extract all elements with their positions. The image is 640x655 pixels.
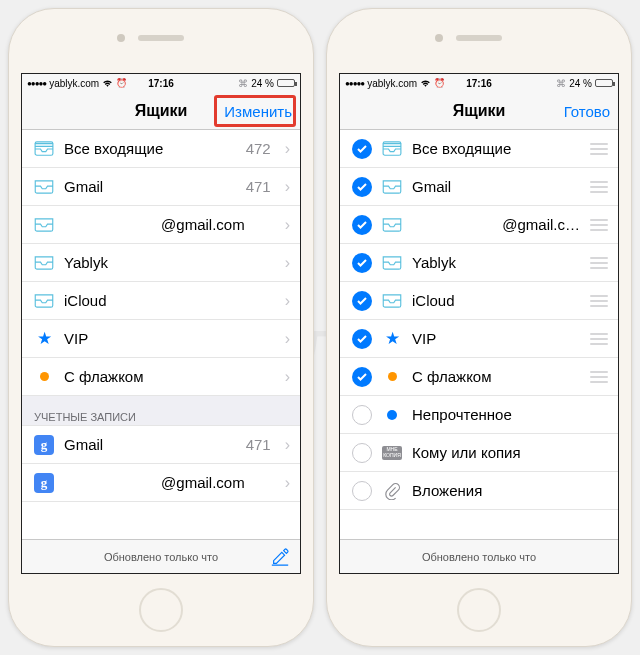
edit-row[interactable]: Yablyk [340, 244, 618, 282]
wifi-icon [420, 79, 431, 88]
checkbox-unchecked[interactable] [352, 405, 372, 425]
mailbox-label: С флажком [412, 368, 580, 385]
checkbox-checked[interactable] [352, 177, 372, 197]
carrier-label: yablyk.com [49, 78, 99, 89]
chevron-right-icon: › [285, 140, 290, 158]
edit-row[interactable]: Все входящие [340, 130, 618, 168]
account-label: @gmail.com [64, 474, 275, 491]
mailbox-label: Вложения [412, 482, 608, 499]
drag-handle-icon[interactable] [590, 143, 608, 155]
mailbox-row[interactable]: С флажком › [22, 358, 300, 396]
status-text: Обновлено только что [104, 551, 218, 563]
edit-row[interactable]: ★ VIP [340, 320, 618, 358]
status-text: Обновлено только что [422, 551, 536, 563]
google-icon: g [34, 435, 54, 455]
edit-row[interactable]: С флажком [340, 358, 618, 396]
drag-handle-icon[interactable] [590, 295, 608, 307]
account-row[interactable]: g @gmail.com › [22, 464, 300, 502]
nav-title: Ящики [135, 102, 188, 120]
mailbox-label: VIP [412, 330, 580, 347]
mailbox-count: 471 [246, 178, 271, 195]
chevron-right-icon: › [285, 436, 290, 454]
checkbox-checked[interactable] [352, 139, 372, 159]
nav-title: Ящики [453, 102, 506, 120]
toolbar: Обновлено только что [340, 539, 618, 573]
mailbox-row[interactable]: Все входящие 472 › [22, 130, 300, 168]
screen-right: ●●●●● yablyk.com ⏰ 17:16 ⌘ 24 % Ящики Го… [339, 73, 619, 574]
drag-handle-icon[interactable] [590, 257, 608, 269]
inbox-icon [34, 291, 54, 311]
checkbox-checked[interactable] [352, 253, 372, 273]
mailbox-label: iCloud [412, 292, 580, 309]
edit-row[interactable]: МНЕКОПИЯ Кому или копия [340, 434, 618, 472]
edit-row[interactable]: Gmail [340, 168, 618, 206]
battery-percent: 24 % [251, 78, 274, 89]
edit-row[interactable]: iCloud [340, 282, 618, 320]
carrier-label: yablyk.com [367, 78, 417, 89]
drag-handle-icon[interactable] [590, 219, 608, 231]
phone-camera [117, 34, 125, 42]
mailbox-label: Кому или копия [412, 444, 608, 461]
signal-dots-icon: ●●●●● [27, 79, 46, 88]
mailbox-label: @gmail.c… [412, 216, 580, 233]
account-label: Gmail [64, 436, 236, 453]
checkbox-checked[interactable] [352, 367, 372, 387]
battery-percent: 24 % [569, 78, 592, 89]
mailbox-row[interactable]: @gmail.com › [22, 206, 300, 244]
phone-camera [435, 34, 443, 42]
mailbox-label: Yablyk [64, 254, 275, 271]
google-icon: g [34, 473, 54, 493]
attachment-icon [382, 481, 402, 501]
nav-bar: Ящики Готово [340, 92, 618, 130]
inbox-icon [382, 177, 402, 197]
mailbox-label: Yablyk [412, 254, 580, 271]
drag-handle-icon[interactable] [590, 333, 608, 345]
done-button[interactable]: Готово [564, 102, 610, 119]
mailbox-label: Gmail [64, 178, 236, 195]
drag-handle-icon[interactable] [590, 371, 608, 383]
account-count: 471 [246, 436, 271, 453]
inbox-all-icon [34, 139, 54, 159]
drag-handle-icon[interactable] [590, 181, 608, 193]
phone-frame-right: ●●●●● yablyk.com ⏰ 17:16 ⌘ 24 % Ящики Го… [326, 8, 632, 647]
inbox-icon [382, 291, 402, 311]
chevron-right-icon: › [285, 368, 290, 386]
chevron-right-icon: › [285, 330, 290, 348]
inbox-icon [34, 253, 54, 273]
edit-row[interactable]: @gmail.c… [340, 206, 618, 244]
mailbox-row[interactable]: Gmail 471 › [22, 168, 300, 206]
inbox-icon [34, 177, 54, 197]
home-button[interactable] [139, 588, 183, 632]
checkbox-checked[interactable] [352, 215, 372, 235]
annotation-highlight [214, 95, 296, 127]
toolbar: Обновлено только что [22, 539, 300, 573]
checkbox-checked[interactable] [352, 329, 372, 349]
battery-icon [277, 79, 295, 87]
home-button[interactable] [457, 588, 501, 632]
mailbox-row[interactable]: iCloud › [22, 282, 300, 320]
edit-row[interactable]: Вложения [340, 472, 618, 510]
checkbox-unchecked[interactable] [352, 443, 372, 463]
mailbox-list: Все входящие 472 › Gmail 471 › @gmail.co… [22, 130, 300, 539]
status-bar: ●●●●● yablyk.com ⏰ 17:16 ⌘ 24 % [340, 74, 618, 92]
inbox-icon [34, 215, 54, 235]
account-row[interactable]: g Gmail 471 › [22, 426, 300, 464]
mailbox-label: С флажком [64, 368, 275, 385]
mailbox-row[interactable]: ★ VIP › [22, 320, 300, 358]
edit-row[interactable]: Непрочтенное [340, 396, 618, 434]
compose-button[interactable] [270, 547, 290, 567]
mailbox-label: Все входящие [412, 140, 580, 157]
inbox-icon [382, 253, 402, 273]
mailbox-label: Непрочтенное [412, 406, 608, 423]
chevron-right-icon: › [285, 474, 290, 492]
signal-dots-icon: ●●●●● [345, 79, 364, 88]
checkbox-unchecked[interactable] [352, 481, 372, 501]
battery-icon [595, 79, 613, 87]
mailbox-label: iCloud [64, 292, 275, 309]
alarm-icon: ⏰ [116, 78, 127, 88]
phone-frame-left: ●●●●● yablyk.com ⏰ 17:16 ⌘ 24 % Ящики Из… [8, 8, 314, 647]
mailbox-row[interactable]: Yablyk › [22, 244, 300, 282]
chevron-right-icon: › [285, 178, 290, 196]
phone-speaker [138, 35, 184, 41]
checkbox-checked[interactable] [352, 291, 372, 311]
